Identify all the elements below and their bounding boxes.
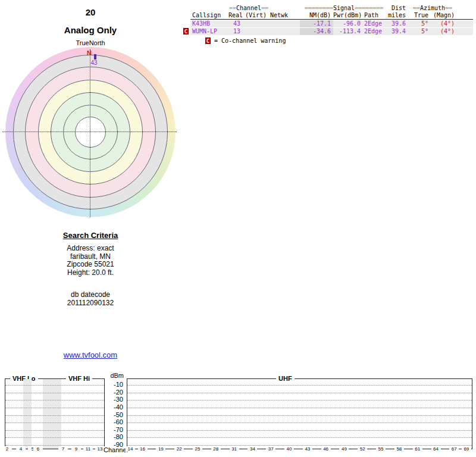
col-header-netwk: Netwk [269,12,300,20]
channel-tick-label: 55 [376,446,386,452]
channel-tick-label: 19 [156,446,165,452]
vhf-signal-panel: VHF Lo VHF Hi 2456791113 [5,378,105,449]
channel-tick-label: 28 [211,446,221,452]
cell-virt [244,20,269,27]
table-column-header-row: Callsign Real (Virt) Netwk NM(dB) Pwr(dB… [183,12,473,20]
channel-tick-label: 16 [138,446,148,452]
vhf-hi-label: VHF Hi [66,375,92,382]
legend-text: = Co-channel warning [214,37,286,44]
radar-crosshair-vertical [90,49,90,217]
cell-path: 2Edge [363,28,388,35]
cell-callsign: K43HB [190,20,228,27]
cell-azimuth-magn: (4°) [433,20,458,27]
cell-azimuth-magn: (4°) [433,28,458,35]
table-legend: C = Co-channel warning [205,37,473,44]
group-header-dist: Dist [388,5,407,12]
search-criteria: Search Criteria Address: exact faribault… [16,231,165,307]
cell-real: 43 [228,20,244,27]
channel-tick-label: 34 [248,446,257,452]
gridline [5,445,104,446]
channel-count-title: 20 [1,7,180,17]
channel-tick-label: 67 [449,446,459,452]
channel-tick-label: 31 [230,446,239,452]
cell-callsign: WUMN-LP [190,28,228,35]
cell-virt [244,28,269,35]
col-header-virt: (Virt) [244,12,269,20]
col-header-real: Real [228,12,244,20]
radar-center-circle [75,117,106,148]
tvfool-link[interactable]: www.tvfool.com [64,350,117,359]
channel-tick-label: 6 [33,446,43,452]
col-header-miles: miles [388,12,407,20]
dbm-tick-label: -80 [105,433,123,440]
gridline [127,437,472,438]
cell-pwr: -96.0 [333,20,363,27]
table-group-header-row: ==Channel== ========Signal======== Dist … [183,5,473,12]
co-channel-warning-icon: C [205,37,211,44]
dbm-tick-label: -70 [105,426,123,433]
cell-miles: 39.4 [388,28,407,35]
db-datecode-value: 201112090132 [16,299,165,308]
col-header-magn: (Magn) [433,12,458,20]
gridline [127,400,472,400]
col-header-path: Path [363,12,388,20]
channel-axis-title: Channel [104,446,127,453]
search-criteria-title: Search Criteria [16,231,165,240]
gridline [5,385,104,386]
channel-tick-label: 58 [394,446,404,452]
gridline [127,430,472,431]
channel-tick-label: 37 [266,446,275,452]
cell-netwk [269,20,300,27]
true-north-label: TrueNorth [61,39,120,46]
search-address-line: Address: exact [16,245,165,253]
col-header-pwr: Pwr(dBm) [333,12,363,20]
channel-tick-label: 52 [358,446,367,452]
cell-azimuth-true: 5° [407,28,433,35]
cell-miles: 39.6 [388,20,407,27]
cell-netwk [269,28,300,35]
cell-nm: -34.6 [300,28,333,35]
cell-nm: -17.1 [300,20,333,27]
channel-tick-label: 40 [284,446,294,452]
station-channel-label: 43 [88,60,100,66]
dbm-tick-label: -20 [105,389,123,396]
dbm-tick-label: -40 [105,403,123,411]
channel-tick-label: 7 [58,446,68,452]
cell-path: 2Edge [363,20,388,27]
gridline [127,408,472,408]
search-city-line: faribault, MN [16,253,165,261]
col-header-true: True [407,12,433,20]
cell-pwr: -113.4 [333,28,363,35]
gridline [5,437,104,438]
table-row: K43HB 43 -17.1 -96.0 2Edge 39.6 5° (4°) [183,20,473,27]
group-header-channel: ==Channel== [228,5,269,12]
vhf-shaded-band [23,379,32,449]
channel-tick-label: 22 [174,446,184,452]
dbm-axis-ticks: -10-20-30-40-50-60-70-80-90 [104,378,124,449]
dbm-tick-label: -60 [105,418,123,425]
channel-tick-label: 11 [83,446,93,452]
cell-real: 13 [228,28,244,35]
tvfool-report: 20 Analog Only TrueNorth N 43 ==Channel=… [0,0,476,457]
channel-tick-label: 25 [193,446,202,452]
channel-tick-label: 61 [413,446,422,452]
dbm-tick-label: -50 [105,411,123,418]
channel-tick-label: 69 [462,446,471,452]
group-header-azimuth: ==Azimuth== [407,5,458,12]
gridline [127,393,472,393]
gridline [5,415,104,416]
gridline [5,400,104,400]
channel-tick-label: 4 [16,446,26,452]
channel-tick-label: 2 [2,446,12,452]
gridline [127,415,472,416]
gridline [127,422,472,423]
compass-north-label: N [87,49,92,57]
channel-tick-label: 14 [126,446,135,452]
cell-azimuth-true: 5° [407,20,433,27]
site-link-wrap: www.tvfool.com [16,350,165,359]
db-datecode-label: db datecode [16,291,165,299]
channel-tick-label: 9 [71,446,81,452]
gridline [127,385,472,386]
dbm-tick-label: -10 [105,381,123,388]
uhf-label: UHF [276,375,295,382]
